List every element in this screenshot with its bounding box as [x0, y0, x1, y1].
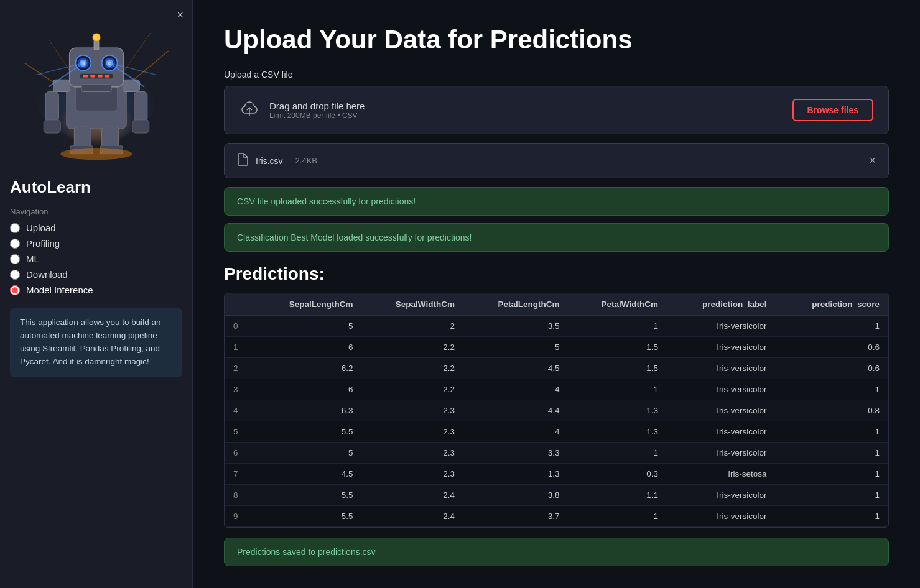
file-row-left: Iris.csv 2.4KB	[237, 152, 317, 169]
table-cell: 1.3	[463, 464, 569, 485]
table-cell: Iris-versicolor	[667, 379, 776, 400]
col-sepal-width: SepalWidthCm	[362, 293, 463, 316]
predictions-table-wrapper[interactable]: SepalLengthCm SepalWidthCm PetalLengthCm…	[224, 293, 889, 528]
table-cell: 3.7	[463, 506, 569, 527]
sidebar-item-label-ml: ML	[26, 254, 39, 264]
table-cell: 1	[775, 506, 888, 527]
file-icon	[237, 152, 248, 169]
table-cell: 6	[254, 337, 362, 358]
table-cell: 0	[225, 316, 254, 337]
nav-label: Navigation	[10, 207, 182, 216]
table-cell: 4	[463, 379, 569, 400]
sidebar-item-profiling[interactable]: Profiling	[10, 238, 182, 249]
table-cell: 1	[569, 316, 667, 337]
browse-files-button[interactable]: Browse files	[792, 99, 873, 121]
upload-radio[interactable]	[10, 223, 20, 233]
drag-drop-text: Drag and drop file here	[269, 101, 365, 111]
sidebar-item-label-upload: Upload	[26, 223, 56, 233]
table-cell: 0.8	[775, 400, 888, 421]
app-title: AutoLearn	[10, 178, 182, 197]
table-cell: 0.6	[775, 337, 888, 358]
table-cell: 5	[254, 316, 362, 337]
table-row: 362.241Iris-versicolor1	[225, 379, 888, 400]
table-cell: Iris-versicolor	[667, 443, 776, 464]
table-cell: 2	[225, 358, 254, 379]
table-cell: 8	[225, 485, 254, 506]
table-cell: 7	[225, 464, 254, 485]
predictions-table: SepalLengthCm SepalWidthCm PetalLengthCm…	[225, 293, 888, 527]
sidebar-content: AutoLearn Navigation Upload Profiling ML…	[0, 168, 192, 385]
upload-cloud-icon	[239, 99, 259, 121]
svg-rect-37	[90, 75, 95, 78]
table-cell: 1	[225, 337, 254, 358]
table-cell: 1	[569, 443, 667, 464]
svg-rect-20	[81, 85, 111, 92]
table-cell: 2	[362, 316, 463, 337]
table-row: 0523.51Iris-versicolor1	[225, 316, 888, 337]
table-cell: 6.3	[254, 400, 362, 421]
table-header-row: SepalLengthCm SepalWidthCm PetalLengthCm…	[225, 293, 888, 316]
model-inference-radio[interactable]	[10, 285, 20, 295]
table-cell: 5.5	[254, 485, 362, 506]
close-button[interactable]: ×	[177, 9, 184, 22]
nav-items: Upload Profiling ML Download Model Infer…	[10, 223, 182, 295]
table-cell: 4.5	[254, 464, 362, 485]
table-cell: 4.5	[463, 358, 569, 379]
col-petal-width: PetalWidthCm	[569, 293, 667, 316]
sidebar-item-ml[interactable]: ML	[10, 254, 182, 264]
sidebar-item-label-download: Download	[26, 269, 68, 280]
main-content: Upload Your Data for Predictions Upload …	[193, 0, 920, 588]
svg-point-22	[93, 34, 100, 41]
table-cell: Iris-versicolor	[667, 485, 776, 506]
table-cell: 2.2	[362, 358, 463, 379]
table-cell: 1.3	[569, 421, 667, 443]
svg-rect-39	[105, 75, 109, 78]
sidebar-item-download[interactable]: Download	[10, 269, 182, 280]
svg-rect-11	[45, 92, 58, 122]
upload-left: Drag and drop file here Limit 200MB per …	[239, 99, 365, 121]
table-cell: 5	[463, 337, 569, 358]
table-cell: 1.1	[569, 485, 667, 506]
col-petal-length: PetalLengthCm	[463, 293, 569, 316]
table-cell: 5	[225, 421, 254, 443]
table-cell: 1.5	[569, 358, 667, 379]
table-cell: 1	[775, 421, 888, 443]
svg-rect-16	[101, 127, 118, 148]
upload-label: Upload a CSV file	[224, 70, 889, 80]
upload-limit-text: Limit 200MB per file • CSV	[269, 111, 365, 120]
table-cell: 3.8	[463, 485, 569, 506]
file-row: Iris.csv 2.4KB ×	[224, 143, 889, 178]
svg-rect-12	[134, 92, 147, 122]
upload-text: Drag and drop file here Limit 200MB per …	[269, 101, 365, 120]
sidebar-item-model-inference[interactable]: Model Inference	[10, 285, 182, 295]
table-cell: 5	[254, 443, 362, 464]
sidebar-item-upload[interactable]: Upload	[10, 223, 182, 233]
table-cell: 2.3	[362, 464, 463, 485]
predictions-saved-banner: Predictions saved to predictions.csv	[224, 538, 889, 566]
table-cell: 1	[775, 464, 888, 485]
ml-radio[interactable]	[10, 254, 20, 264]
table-row: 162.251.5Iris-versicolor0.6	[225, 337, 888, 358]
table-row: 55.52.341.3Iris-versicolor1	[225, 421, 888, 443]
svg-rect-36	[83, 75, 88, 78]
page-title: Upload Your Data for Predictions	[224, 25, 889, 55]
col-sepal-length: SepalLengthCm	[254, 293, 362, 316]
sidebar-item-label-profiling: Profiling	[26, 238, 60, 249]
table-cell: 1	[775, 485, 888, 506]
upload-zone[interactable]: Drag and drop file here Limit 200MB per …	[224, 86, 889, 134]
table-cell: Iris-versicolor	[667, 506, 776, 527]
col-prediction-score: prediction_score	[775, 293, 888, 316]
file-close-button[interactable]: ×	[869, 154, 876, 167]
col-prediction-label: prediction_label	[667, 293, 776, 316]
profiling-radio[interactable]	[10, 239, 20, 249]
sidebar: ×	[0, 0, 193, 588]
table-cell: 2.3	[362, 400, 463, 421]
table-cell: 1.3	[569, 400, 667, 421]
col-index	[225, 293, 254, 316]
table-cell: 3.5	[463, 316, 569, 337]
table-cell: 1	[569, 379, 667, 400]
svg-rect-14	[132, 120, 149, 133]
download-radio[interactable]	[10, 270, 20, 280]
robot-image	[0, 0, 192, 168]
svg-rect-38	[97, 75, 102, 78]
